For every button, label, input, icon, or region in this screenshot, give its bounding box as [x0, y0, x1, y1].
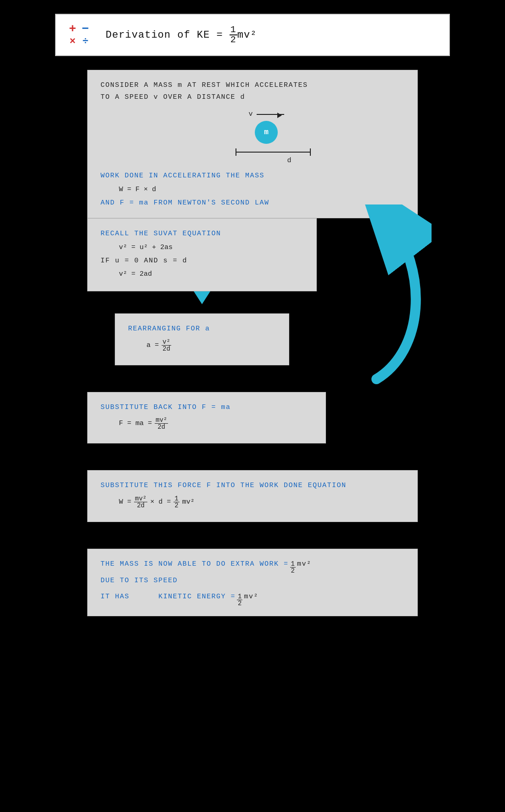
section5: SUBSTITUTE THIS FORCE F INTO THE WORK DO…: [87, 470, 418, 522]
s6-frac2: 1 2: [237, 593, 242, 607]
all-sections: CONSIDER A MASS m AT REST WHICH ACCELERA…: [28, 70, 477, 635]
title-prefix: Derivation of KE =: [106, 29, 230, 41]
times-icon: ×: [67, 37, 78, 47]
s6-frac2-den: 2: [237, 600, 242, 607]
s3-frac-num: v²: [162, 339, 171, 346]
s2-eq2: v² = 2ad: [101, 270, 303, 278]
arrow-right: [257, 114, 284, 115]
dist-bar: [236, 148, 311, 156]
frac-numerator: 1: [230, 25, 237, 35]
s4-eq: F = ma = mv² 2d: [101, 417, 313, 430]
s2-eq1: v² = u² + 2as: [101, 244, 303, 251]
velocity-line: v: [248, 110, 284, 118]
diagram: v m d: [128, 110, 404, 165]
frac-denominator: 2: [230, 35, 237, 45]
down-arrow: [194, 291, 210, 304]
mass-label: m: [264, 128, 269, 136]
dist-horiz: [236, 152, 310, 153]
s6-line3: IT HAS KINETIC ENERGY = 1 2 mv²: [101, 591, 404, 607]
velocity-label: v: [248, 110, 252, 118]
s1-line1: CONSIDER A MASS m AT REST WHICH ACCELERA…: [101, 79, 404, 91]
mass-circle: m: [255, 121, 278, 144]
s5-header: SUBSTITUTE THIS FORCE F INTO THE WORK DO…: [101, 480, 404, 492]
s1-line2: TO A SPEED v OVER A DISTANCE d: [101, 91, 404, 103]
s3-eq: a = v² 2d: [128, 339, 276, 352]
s4-frac-den: 2d: [157, 424, 166, 430]
ke-fraction: 12: [230, 25, 237, 45]
s5-frac2-den: 2: [174, 502, 179, 509]
section5-wrapper: SUBSTITUTE THIS FORCE F INTO THE WORK DO…: [87, 456, 418, 522]
s6-line1: THE MASS IS NOW ABLE TO DO EXTRA WORK = …: [101, 558, 404, 574]
header-title: Derivation of KE = 12mv²: [106, 25, 257, 45]
section6-wrapper: THE MASS IS NOW ABLE TO DO EXTRA WORK = …: [87, 535, 418, 617]
s5-frac2-num: 1: [174, 495, 179, 502]
s1-work-header: WORK DONE IN ACCELERATING THE MASS: [101, 170, 404, 182]
s1-work-eq: W = F × d: [101, 186, 404, 193]
s6-frac-num: 1: [290, 561, 296, 568]
divide-icon: ÷: [80, 37, 91, 47]
s4-frac-num: mv²: [155, 417, 168, 424]
distance-line: d: [236, 148, 311, 165]
s5-frac1-num: mv²: [134, 495, 147, 502]
s6-frac1: 1 2: [290, 561, 296, 574]
section2: RECALL THE SUVAT EQUATION v² = u² + 2as …: [87, 218, 317, 291]
middle-wrapper: RECALL THE SUVAT EQUATION v² = u² + 2as …: [87, 218, 418, 365]
section6: THE MASS IS NOW ABLE TO DO EXTRA WORK = …: [87, 549, 418, 617]
s2-header: RECALL THE SUVAT EQUATION: [101, 228, 303, 240]
section4: SUBSTITUTE BACK INTO F = ma F = ma = mv²…: [87, 392, 326, 444]
connector-down: RECALL THE SUVAT EQUATION v² = u² + 2as …: [87, 218, 317, 365]
down-arrow-wrapper: [87, 291, 317, 304]
s2-condition: IF u = 0 AND s = d: [101, 255, 303, 267]
section3: REARRANGING FOR a a = v² 2d: [115, 313, 289, 365]
s6-line2: DUE TO ITS SPEED: [101, 575, 404, 587]
s5-frac2: 1 2: [174, 495, 179, 509]
s5-eq: W = mv² 2d × d = 1 2 mv²: [101, 495, 404, 509]
s4-header: SUBSTITUTE BACK INTO F = ma: [101, 402, 313, 414]
dist-tick-right: [310, 148, 311, 156]
title-suffix: mv²: [237, 29, 257, 41]
cyan-curved-arrow: [340, 204, 432, 388]
s5-frac1: mv² 2d: [134, 495, 147, 509]
plus-icon: +: [67, 23, 78, 35]
section1: CONSIDER A MASS m AT REST WHICH ACCELERA…: [87, 70, 418, 218]
s6-frac2-num: 1: [237, 593, 242, 600]
distance-label: d: [287, 157, 291, 165]
s3-fraction: v² 2d: [162, 339, 171, 352]
s6-frac-den: 2: [290, 568, 296, 574]
minus-icon: −: [80, 23, 91, 35]
s5-frac1-den: 2d: [136, 502, 146, 509]
s4-fraction: mv² 2d: [155, 417, 168, 430]
s3-frac-den: 2d: [162, 346, 171, 352]
main-content: CONSIDER A MASS m AT REST WHICH ACCELERA…: [0, 70, 505, 635]
math-icon: + − × ÷: [67, 23, 91, 47]
header-box: + − × ÷ Derivation of KE = 12mv²: [55, 14, 450, 56]
s3-header: REARRANGING FOR a: [128, 323, 276, 335]
